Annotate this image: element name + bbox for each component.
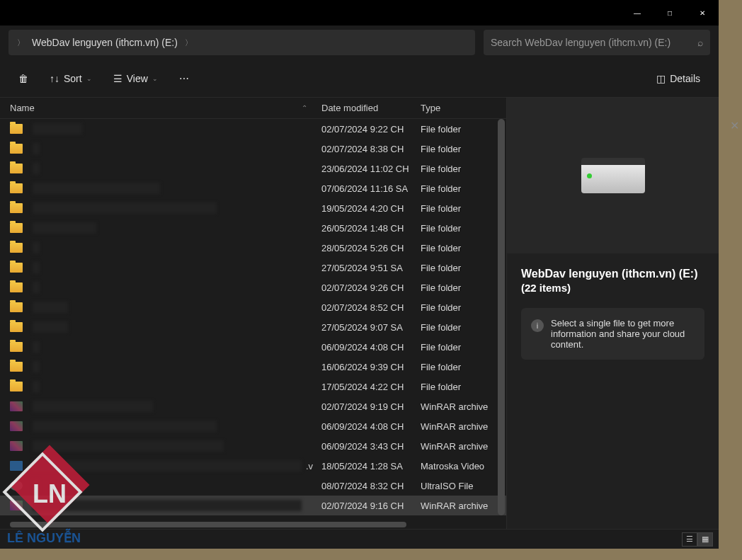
file-name-redacted bbox=[33, 163, 40, 174]
cell-type: File folder bbox=[421, 223, 506, 234]
cell-type: File folder bbox=[421, 203, 506, 214]
cell-type: WinRAR archive bbox=[421, 401, 506, 412]
cell-type: File folder bbox=[421, 263, 506, 273]
cell-date: 07/06/2024 11:16 SA bbox=[321, 183, 421, 194]
details-pane: WebDav lenguyen (ithcm.vn) (E:) (22 item… bbox=[506, 98, 719, 529]
sort-icon: ↑↓ bbox=[50, 73, 59, 84]
minimize-button[interactable]: — bbox=[621, 0, 653, 25]
cell-date: 27/05/2024 9:51 SA bbox=[321, 263, 421, 273]
header-type[interactable]: Type bbox=[421, 103, 506, 113]
file-name-redacted bbox=[33, 262, 40, 273]
table-row[interactable]: 07/06/2024 11:16 SAFile folder bbox=[0, 178, 506, 198]
table-row[interactable]: 02/07/2024 8:38 CHFile folder bbox=[0, 139, 506, 159]
sort-button[interactable]: ↑↓ Sort ⌄ bbox=[45, 70, 96, 87]
cell-date: 06/09/2024 3:43 CH bbox=[321, 441, 421, 452]
table-row[interactable]: .v18/05/2024 1:28 SAMatroska Video bbox=[0, 456, 506, 476]
file-name-redacted bbox=[33, 123, 82, 135]
info-box: i Select a single file to get more infor… bbox=[521, 308, 704, 360]
cell-date: 02/07/2024 8:38 CH bbox=[321, 144, 421, 154]
file-name-redacted bbox=[33, 480, 40, 491]
rar-icon bbox=[10, 501, 23, 510]
cell-type: File folder bbox=[421, 164, 506, 174]
cell-type: File folder bbox=[421, 382, 506, 392]
view-list-button[interactable]: ☰ bbox=[682, 532, 697, 547]
delete-button[interactable]: 🗑 bbox=[14, 70, 33, 87]
search-box[interactable]: ⌕ bbox=[484, 30, 710, 55]
cell-type: File folder bbox=[421, 342, 506, 353]
file-name-redacted bbox=[33, 183, 160, 194]
sort-label: Sort bbox=[64, 73, 82, 84]
rar-icon bbox=[10, 441, 23, 451]
cell-type: File folder bbox=[421, 124, 506, 135]
list-icon: ☰ bbox=[113, 73, 122, 84]
folder-icon bbox=[10, 342, 23, 352]
search-input[interactable] bbox=[491, 37, 697, 48]
table-row[interactable]: 08/07/2024 8:32 CHUltraISO File bbox=[0, 476, 506, 496]
scroll-thumb[interactable] bbox=[498, 119, 505, 515]
cell-date: 06/09/2024 4:08 CH bbox=[321, 421, 421, 432]
cell-date: 19/05/2024 4:20 CH bbox=[321, 203, 421, 214]
table-row[interactable]: 28/05/2024 5:26 CHFile folder bbox=[0, 238, 506, 258]
file-name-redacted bbox=[33, 282, 40, 293]
folder-icon bbox=[10, 223, 23, 233]
background-close-icon[interactable]: ✕ bbox=[730, 119, 739, 132]
vertical-scrollbar[interactable] bbox=[496, 98, 506, 529]
vid-icon bbox=[10, 461, 23, 471]
cell-date: 26/05/2024 1:48 CH bbox=[321, 223, 421, 234]
horizontal-scrollbar[interactable] bbox=[10, 522, 406, 527]
chevron-down-icon: ⌄ bbox=[152, 75, 158, 82]
table-row[interactable]: 23/06/2024 11:02 CHFile folder bbox=[0, 159, 506, 178]
table-row[interactable]: 27/05/2024 9:51 SAFile folder bbox=[0, 258, 506, 278]
cell-type: WinRAR archive bbox=[421, 501, 506, 511]
cell-date: 02/07/2024 9:26 CH bbox=[321, 282, 421, 293]
cell-type: File folder bbox=[421, 183, 506, 194]
file-name-redacted bbox=[33, 381, 40, 392]
file-name-redacted bbox=[33, 321, 68, 333]
details-label: Details bbox=[670, 73, 700, 84]
view-details-button[interactable]: ▦ bbox=[697, 532, 713, 547]
maximize-button[interactable]: □ bbox=[653, 0, 686, 25]
search-icon[interactable]: ⌕ bbox=[697, 37, 703, 48]
folder-icon bbox=[10, 322, 23, 332]
file-name-redacted bbox=[33, 361, 40, 372]
breadcrumb[interactable]: 〉 WebDav lenguyen (ithcm.vn) (E:) 〉 bbox=[8, 30, 475, 55]
table-row[interactable]: 02/07/2024 8:52 CHFile folder bbox=[0, 297, 506, 317]
header-name[interactable]: Name ⌃ bbox=[10, 103, 321, 113]
cell-date: 18/05/2024 1:28 SA bbox=[321, 461, 421, 472]
cell-date: 02/07/2024 9:22 CH bbox=[321, 124, 421, 135]
close-button[interactable]: ✕ bbox=[686, 0, 719, 25]
file-list[interactable]: Name ⌃ Date modified Type 02/07/2024 9:2… bbox=[0, 98, 506, 529]
table-row[interactable]: 02/07/2024 9:16 CHWinRAR archive bbox=[0, 496, 506, 515]
column-headers: Name ⌃ Date modified Type bbox=[0, 98, 506, 119]
rar-icon bbox=[10, 401, 23, 411]
info-icon: i bbox=[531, 319, 544, 332]
table-row[interactable]: 06/09/2024 4:08 CHWinRAR archive bbox=[0, 416, 506, 436]
table-row[interactable]: 26/05/2024 1:48 CHFile folder bbox=[0, 218, 506, 238]
folder-icon bbox=[10, 302, 23, 312]
folder-icon bbox=[10, 243, 23, 253]
view-button[interactable]: ☰ View ⌄ bbox=[109, 70, 162, 87]
table-row[interactable]: 16/06/2024 9:39 CHFile folder bbox=[0, 357, 506, 377]
header-date[interactable]: Date modified bbox=[321, 103, 421, 113]
table-row[interactable]: 06/09/2024 4:08 CHFile folder bbox=[0, 337, 506, 357]
table-row[interactable]: 02/07/2024 9:19 CHWinRAR archive bbox=[0, 396, 506, 416]
content-area: Name ⌃ Date modified Type 02/07/2024 9:2… bbox=[0, 98, 719, 529]
folder-icon bbox=[10, 203, 23, 213]
folder-icon bbox=[10, 382, 23, 392]
table-row[interactable]: 19/05/2024 4:20 CHFile folder bbox=[0, 198, 506, 218]
cell-date: 16/06/2024 9:39 CH bbox=[321, 362, 421, 372]
details-button[interactable]: ◫ Details bbox=[652, 70, 704, 87]
cell-type: File folder bbox=[421, 282, 506, 293]
folder-icon bbox=[10, 183, 23, 193]
table-row[interactable]: 17/05/2024 4:22 CHFile folder bbox=[0, 377, 506, 396]
table-row[interactable]: 02/07/2024 9:26 CHFile folder bbox=[0, 278, 506, 297]
info-text: Select a single file to get more informa… bbox=[551, 318, 695, 350]
cell-date: 02/07/2024 8:52 CH bbox=[321, 302, 421, 313]
folder-icon bbox=[10, 164, 23, 173]
table-row[interactable]: 02/07/2024 9:22 CHFile folder bbox=[0, 119, 506, 139]
table-row[interactable]: 06/09/2024 3:43 CHWinRAR archive bbox=[0, 436, 506, 456]
more-button[interactable]: ⋯ bbox=[175, 70, 193, 87]
file-name-redacted bbox=[33, 202, 217, 214]
folder-icon bbox=[10, 263, 23, 273]
table-row[interactable]: 27/05/2024 9:07 SAFile folder bbox=[0, 317, 506, 337]
